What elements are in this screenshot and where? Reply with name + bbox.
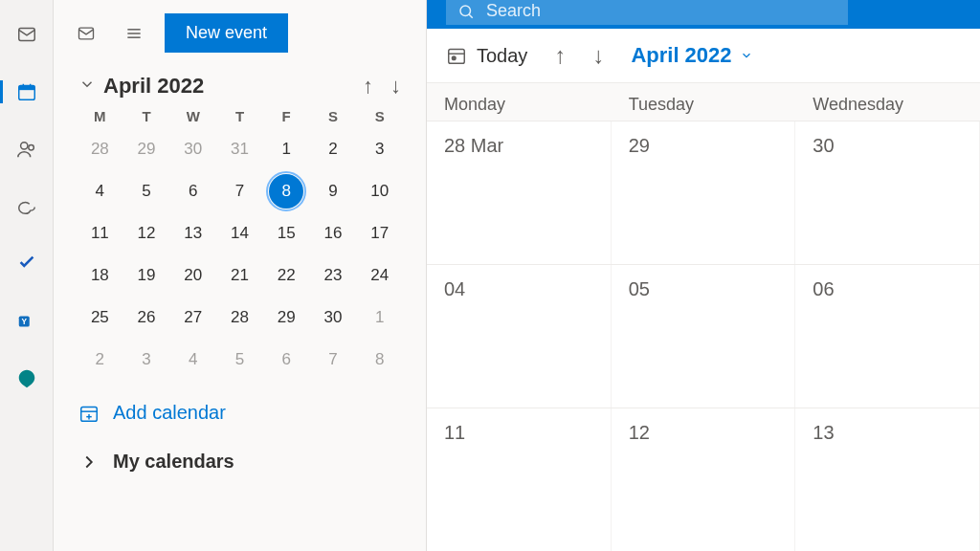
- next-week-icon[interactable]: ↓: [592, 42, 604, 69]
- mini-day[interactable]: 15: [269, 216, 303, 251]
- mini-day[interactable]: 16: [316, 216, 350, 251]
- mini-day[interactable]: 12: [129, 216, 164, 251]
- week-row: 28 Mar2930: [427, 121, 980, 265]
- week-cell[interactable]: 29: [612, 121, 796, 264]
- mini-day[interactable]: 29: [129, 132, 164, 166]
- week-day-header: Wednesday: [795, 95, 980, 115]
- mini-dow: S: [358, 108, 401, 124]
- my-calendars-label: My calendars: [113, 451, 234, 473]
- mini-day[interactable]: 1: [363, 300, 397, 335]
- mini-day[interactable]: 8: [363, 342, 397, 377]
- svg-rect-19: [449, 50, 465, 64]
- search-icon: [457, 3, 475, 20]
- mini-next-icon[interactable]: ↓: [390, 74, 401, 99]
- mini-day[interactable]: 4: [176, 342, 211, 377]
- add-calendar-label: Add calendar: [113, 402, 226, 424]
- week-cell[interactable]: 30: [795, 121, 980, 264]
- mini-day[interactable]: 5: [129, 174, 164, 209]
- week-day-header: Tuesday: [612, 95, 796, 115]
- week-row: 111213: [427, 408, 980, 551]
- mini-day[interactable]: 30: [316, 300, 350, 335]
- mini-day[interactable]: 5: [222, 342, 256, 377]
- today-button[interactable]: Today: [446, 45, 527, 67]
- new-event-button[interactable]: New event: [165, 13, 288, 53]
- svg-point-17: [460, 6, 471, 16]
- week-cell[interactable]: 13: [795, 408, 980, 551]
- search-input[interactable]: [486, 1, 836, 21]
- mini-day[interactable]: 2: [316, 132, 350, 166]
- rail-bookings[interactable]: [11, 364, 42, 394]
- mini-day[interactable]: 14: [222, 216, 256, 251]
- mini-day[interactable]: 31: [222, 132, 256, 166]
- mini-day[interactable]: 6: [176, 174, 211, 209]
- week-day-header: Monday: [427, 95, 612, 115]
- rail-yammer[interactable]: Y: [11, 306, 42, 337]
- mini-day[interactable]: 13: [176, 216, 211, 251]
- hamburger-icon[interactable]: [117, 16, 151, 51]
- mini-day[interactable]: 28: [82, 132, 117, 166]
- mini-day[interactable]: 8: [269, 174, 303, 209]
- mini-dow: F: [265, 108, 308, 124]
- main-panel: Today ↑ ↓ April 2022 MondayTuesdayWednes…: [427, 0, 980, 551]
- mini-day[interactable]: 7: [316, 342, 350, 377]
- mini-calendar: April 2022 ↑ ↓ MTWTFSS282930311234567891…: [54, 66, 426, 388]
- mini-day[interactable]: 29: [269, 300, 303, 335]
- mini-day[interactable]: 19: [129, 258, 164, 293]
- my-calendars-toggle[interactable]: My calendars: [54, 437, 426, 486]
- mini-day[interactable]: 24: [363, 258, 397, 293]
- mini-dow: W: [171, 108, 214, 124]
- week-cell[interactable]: 11: [427, 408, 612, 551]
- mail-icon[interactable]: [69, 16, 103, 51]
- mini-day[interactable]: 22: [269, 258, 303, 293]
- mini-day[interactable]: 25: [82, 300, 117, 335]
- mini-day[interactable]: 9: [316, 174, 350, 209]
- mini-day[interactable]: 11: [82, 216, 117, 251]
- mini-day[interactable]: 2: [82, 342, 117, 377]
- mini-day[interactable]: 21: [222, 258, 256, 293]
- mini-day[interactable]: 3: [363, 132, 397, 166]
- mini-day[interactable]: 1: [269, 132, 303, 166]
- week-cell[interactable]: 06: [795, 265, 980, 408]
- prev-week-icon[interactable]: ↑: [554, 42, 566, 69]
- mini-day[interactable]: 6: [269, 342, 303, 377]
- mini-day[interactable]: 18: [82, 258, 117, 293]
- mini-day[interactable]: 26: [129, 300, 164, 335]
- rail-calendar[interactable]: [11, 77, 42, 107]
- main-toolbar: Today ↑ ↓ April 2022: [427, 29, 980, 83]
- mini-prev-icon[interactable]: ↑: [363, 74, 373, 99]
- week-cell[interactable]: 12: [612, 408, 796, 551]
- mini-day[interactable]: 23: [316, 258, 350, 293]
- rail-files[interactable]: [11, 191, 42, 222]
- svg-text:Y: Y: [21, 318, 27, 326]
- rail-todo[interactable]: [11, 249, 42, 279]
- mini-dow: M: [78, 108, 122, 124]
- mini-month-label: April 2022: [103, 74, 204, 99]
- month-picker[interactable]: April 2022: [631, 43, 752, 68]
- week-cell[interactable]: 04: [427, 265, 612, 408]
- week-cell[interactable]: 05: [612, 265, 796, 408]
- mini-day[interactable]: 20: [176, 258, 211, 293]
- sidebar: New event April 2022 ↑ ↓ MTWTFSS28293031…: [54, 0, 427, 551]
- mini-day[interactable]: 7: [222, 174, 256, 209]
- mini-day[interactable]: 4: [82, 174, 117, 209]
- month-picker-label: April 2022: [631, 43, 731, 68]
- week-cell[interactable]: 28 Mar: [427, 121, 612, 264]
- svg-rect-9: [79, 28, 94, 39]
- mini-dow: T: [218, 108, 261, 124]
- rail-people[interactable]: [11, 134, 42, 165]
- app-rail: Y: [0, 0, 54, 551]
- title-bar: [427, 0, 980, 29]
- chevron-down-icon[interactable]: [78, 76, 96, 97]
- mini-day[interactable]: 30: [176, 132, 211, 166]
- mini-day[interactable]: 10: [363, 174, 397, 209]
- mini-day[interactable]: 3: [129, 342, 164, 377]
- add-calendar-button[interactable]: Add calendar: [54, 388, 426, 437]
- mini-dow: S: [312, 108, 355, 124]
- mini-day[interactable]: 28: [222, 300, 256, 335]
- today-label: Today: [477, 45, 527, 67]
- rail-mail[interactable]: [11, 19, 42, 50]
- week-row: 040506: [427, 265, 980, 408]
- mini-day[interactable]: 27: [176, 300, 211, 335]
- search-box[interactable]: [446, 0, 848, 25]
- mini-day[interactable]: 17: [363, 216, 397, 251]
